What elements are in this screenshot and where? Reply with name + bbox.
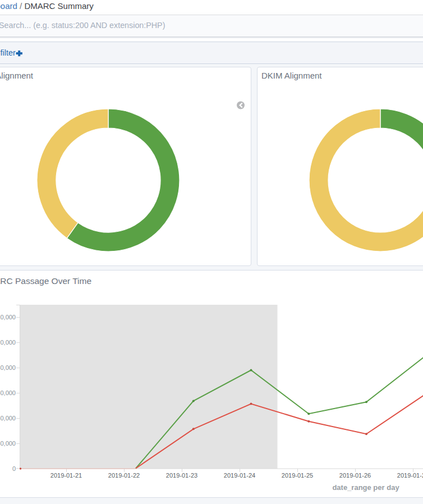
svg-text:2019-01-26: 2019-01-26 xyxy=(339,472,371,479)
svg-text:date_range per day: date_range per day xyxy=(332,483,399,492)
svg-text:20,000: 20,000 xyxy=(0,339,16,346)
svg-text:10,000: 10,000 xyxy=(0,314,16,320)
svg-text:2019-01-21: 2019-01-21 xyxy=(50,472,82,479)
svg-text:2019-01-22: 2019-01-22 xyxy=(108,472,140,479)
svg-text:2019-01-23: 2019-01-23 xyxy=(166,472,197,479)
svg-text:40,000: 40,000 xyxy=(0,390,16,396)
svg-text:0: 0 xyxy=(12,465,16,472)
svg-text:60,000: 60,000 xyxy=(0,440,16,447)
svg-text:2019-01-25: 2019-01-25 xyxy=(282,472,313,479)
svg-text:2019-01-27: 2019-01-27 xyxy=(397,472,423,479)
svg-text:30,000: 30,000 xyxy=(0,364,16,371)
svg-text:2019-01-24: 2019-01-24 xyxy=(224,472,255,479)
svg-text:50,000: 50,000 xyxy=(0,415,16,421)
